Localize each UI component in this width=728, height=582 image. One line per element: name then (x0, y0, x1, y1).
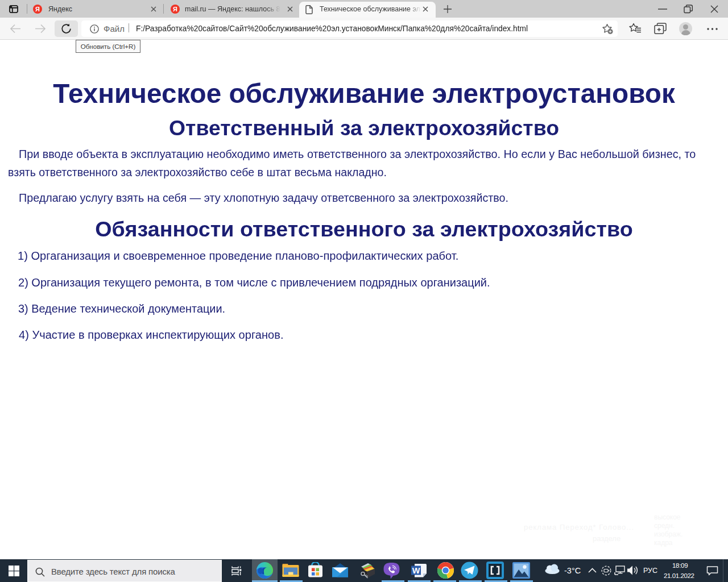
svg-text:Я: Я (173, 6, 177, 13)
svg-text:Я: Я (35, 6, 40, 13)
svg-text:W: W (412, 566, 420, 575)
